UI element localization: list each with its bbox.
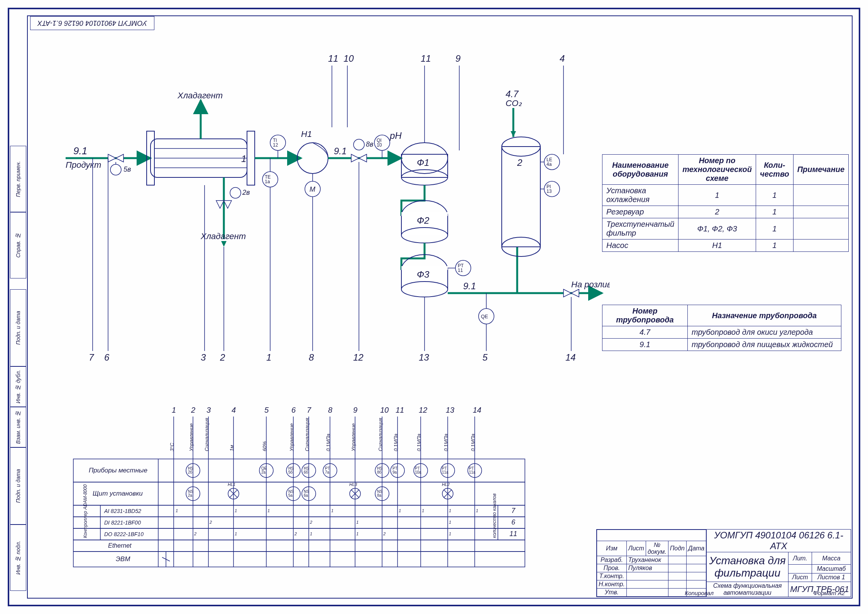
outlet-label: На розлив <box>571 280 610 289</box>
svg-text:Ф3: Ф3 <box>417 269 430 280</box>
valve-8v-label: 8в <box>366 140 373 148</box>
svg-text:7: 7 <box>511 507 516 514</box>
row-do: DO 8222-1BF10 <box>104 531 144 537</box>
controller-label: Контроллер ADAM-8000 <box>83 484 88 538</box>
title-line-1: Установка для <box>708 555 787 567</box>
svg-rect-147 <box>73 540 525 552</box>
drawing-sheet: УОМГУП 49010104 06126 6.1-АТХ Инв. № под… <box>0 0 868 614</box>
side-inv-podl: Инв. № подл. <box>10 525 26 591</box>
svg-text:QE: QE <box>481 314 488 319</box>
svg-text:14: 14 <box>565 352 576 363</box>
side-podp2: Подп. и дата <box>10 289 26 366</box>
svg-text:5а: 5а <box>288 493 293 498</box>
svg-text:11: 11 <box>328 53 338 64</box>
svg-marker-65 <box>511 131 516 137</box>
hlad-bot-label: Хладагент <box>200 231 246 241</box>
svg-text:11а: 11а <box>442 470 448 474</box>
svg-text:2: 2 <box>310 520 312 525</box>
svg-text:13: 13 <box>547 189 552 194</box>
svg-text:5: 5 <box>482 352 488 363</box>
svg-text:12: 12 <box>273 142 278 148</box>
hlad-top-label: Хладагент <box>177 91 223 100</box>
table-row: 4.7трубопровод для окиси углерода <box>602 326 841 339</box>
pipe-4-7-label: 4.7 <box>506 89 519 99</box>
svg-text:11а: 11а <box>469 470 475 474</box>
motor-label: M <box>310 186 315 193</box>
svg-text:HL3: HL3 <box>349 482 357 487</box>
svg-text:1: 1 <box>449 508 451 513</box>
filter-f1: Ф1 <box>401 143 448 185</box>
pump-h1 <box>297 143 328 174</box>
svg-text:6б: 6б <box>304 470 308 474</box>
svg-text:1: 1 <box>449 520 451 525</box>
svg-text:5: 5 <box>264 406 269 414</box>
svg-text:12: 12 <box>419 406 427 414</box>
svg-text:11: 11 <box>396 406 404 414</box>
pipe-9-1-in: 9.1 <box>73 145 87 157</box>
svg-text:HL2: HL2 <box>442 482 450 487</box>
svg-text:1: 1 <box>399 508 401 513</box>
pump-tag: H1 <box>301 129 312 139</box>
svg-text:1: 1 <box>331 508 333 513</box>
svg-text:5б: 5б <box>288 470 293 474</box>
tank-2: 2 <box>502 137 540 256</box>
svg-text:8: 8 <box>309 352 314 363</box>
table-row: НасосН11 <box>602 240 849 252</box>
channels-label: количество каналов <box>492 494 497 538</box>
svg-text:1: 1 <box>176 508 178 513</box>
cooler-tag: 1 <box>241 154 246 164</box>
side-podp1: Подп. и дата <box>10 447 26 525</box>
svg-text:11: 11 <box>458 268 463 273</box>
title-line-2: фильтрации <box>708 567 787 579</box>
svg-text:4а: 4а <box>547 162 552 167</box>
side-vzam: Взам. инв. № <box>10 407 26 447</box>
svg-text:3: 3 <box>201 352 206 363</box>
svg-text:10: 10 <box>377 142 382 148</box>
svg-text:2: 2 <box>383 531 386 536</box>
svg-text:7а: 7а <box>325 470 330 474</box>
co2-label: CO₂ <box>506 98 522 108</box>
svg-rect-4 <box>247 131 255 185</box>
svg-text:6: 6 <box>104 352 110 363</box>
svg-text:1: 1 <box>356 520 359 525</box>
svg-text:9: 9 <box>353 406 357 414</box>
svg-text:Ф2: Ф2 <box>417 215 429 226</box>
side-dubl: Инв. № дубл. <box>10 366 26 407</box>
svg-text:6: 6 <box>291 406 296 414</box>
table-row: 9.1трубопровод для пищевых жидкостей <box>602 339 841 351</box>
svg-text:1: 1 <box>172 406 176 414</box>
svg-text:1: 1 <box>449 531 451 536</box>
row-panel: Щит установки <box>93 490 143 497</box>
filter-f3: Ф3 <box>401 255 448 297</box>
svg-rect-148 <box>73 552 525 567</box>
cooler-unit: 1 <box>147 131 255 185</box>
svg-text:11: 11 <box>421 53 431 64</box>
subtitle: Схема функциональная автоматизации <box>707 582 788 597</box>
svg-text:3: 3 <box>206 406 211 414</box>
svg-text:8б: 8б <box>377 470 382 474</box>
table-row: Установка охлаждения11 <box>602 185 849 206</box>
svg-text:10: 10 <box>343 53 354 64</box>
svg-text:1: 1 <box>266 352 271 363</box>
equip-h2: Коли-чество <box>756 155 793 185</box>
valve-inlet <box>108 154 124 162</box>
svg-text:1: 1 <box>310 531 312 536</box>
svg-text:1: 1 <box>422 508 424 513</box>
svg-text:1: 1 <box>267 508 270 513</box>
equipment-table: Наименование оборудования Номер по техно… <box>602 154 849 252</box>
svg-text:13: 13 <box>446 406 454 414</box>
filter-f2: Ф2 <box>401 201 448 243</box>
svg-text:2: 2 <box>191 406 195 414</box>
control-table: 1 2 3 4 5 6 7 8 9 10 11 12 13 14 3°C Упр… <box>50 405 552 592</box>
svg-text:8а: 8а <box>377 493 382 498</box>
svg-text:9: 9 <box>455 53 460 64</box>
svg-text:Ф1: Ф1 <box>417 157 429 168</box>
valve-5v-label: 5в <box>124 165 131 173</box>
row-evm: ЭВМ <box>116 555 130 563</box>
row-eth: Ethernet <box>108 542 132 549</box>
svg-text:1: 1 <box>356 531 359 536</box>
svg-text:2а: 2а <box>261 470 266 474</box>
svg-text:11: 11 <box>509 530 517 538</box>
svg-text:10: 10 <box>380 406 389 414</box>
valve-outlet <box>563 289 579 297</box>
